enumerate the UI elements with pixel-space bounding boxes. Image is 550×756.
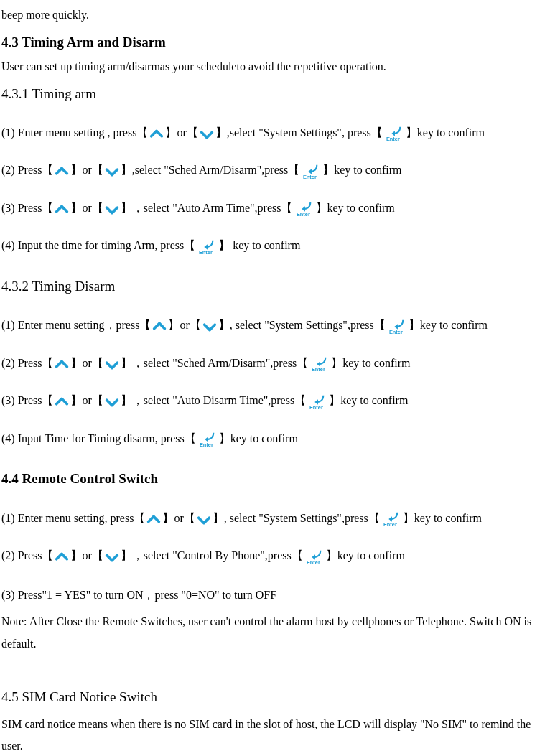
- up-arrow-icon: [149, 126, 164, 142]
- heading-4-5: 4.5 SIM Card Notice Switch: [1, 686, 550, 708]
- step-4-3-2-4: (4) Input Time for Timing disarm, press【…: [1, 431, 550, 448]
- text: 】or【: [70, 549, 103, 561]
- text: 】or【: [162, 512, 195, 524]
- step-4-3-2-3: (3) Press【】or【】，select "Auto Disarm Time…: [1, 393, 550, 410]
- step-4-4-2: (2) Press【】or【】，select "Control By Phone…: [1, 548, 550, 565]
- heading-4-3-1: 4.3.1 Timing arm: [1, 83, 550, 105]
- text: 】, select "System Settings",press【: [213, 512, 380, 524]
- up-arrow-icon: [54, 393, 70, 410]
- heading-4-3-2: 4.3.2 Timing Disarm: [1, 276, 550, 297]
- text: 】 key to confirm: [218, 239, 300, 251]
- heading-4-4: 4.4 Remote Control Switch: [1, 468, 550, 490]
- text: 】，select "Auto Disarm Time",press【: [121, 394, 306, 406]
- text: 】，select "Auto Arm Time",press【: [121, 202, 293, 214]
- text: 】key to confirm: [406, 126, 485, 139]
- intro-fragment: beep more quickly.: [1, 6, 550, 24]
- text: 】or【: [70, 202, 103, 214]
- down-arrow-icon: [104, 355, 120, 372]
- enter-icon: [307, 393, 328, 410]
- text: (2) Press【: [1, 164, 53, 176]
- text: 】key to confirm: [329, 394, 408, 406]
- text: 】, select "System Settings",press【: [218, 319, 386, 331]
- enter-icon: [197, 431, 218, 448]
- down-arrow-icon: [104, 163, 120, 179]
- text: 】，select "Control By Phone",press【: [121, 549, 303, 561]
- enter-icon: [196, 238, 218, 256]
- text: 】or【: [70, 164, 103, 176]
- text: (1) Enter menu setting，press【: [1, 319, 151, 331]
- note-4-4: Note: After Close the Remote Switches, u…: [1, 611, 550, 655]
- enter-icon: [309, 355, 330, 373]
- up-arrow-icon: [54, 201, 70, 218]
- down-arrow-icon: [104, 201, 120, 218]
- text: 】or【: [168, 319, 200, 331]
- step-4-3-1-1: (1) Enter menu setting , press【】or【】,sel…: [1, 125, 550, 142]
- text: 】key to confirm: [409, 319, 488, 331]
- text: (1) Enter menu setting, press【: [1, 512, 145, 524]
- text: (1) Enter menu setting , press【: [1, 126, 148, 139]
- text: 】key to confirm: [322, 164, 401, 176]
- text: (2) Press【: [1, 357, 53, 369]
- down-arrow-icon: [199, 126, 215, 142]
- text: (3) Press【: [1, 202, 53, 214]
- text: (2) Press【: [1, 549, 53, 561]
- text: 】，select "Sched Arm/Disarm",press【: [121, 357, 308, 369]
- step-4-4-1: (1) Enter menu setting, press【】or【】, sel…: [1, 510, 550, 528]
- text: 】key to confirm: [219, 432, 298, 444]
- step-4-3-1-4: (4) Input the time for timing Arm, press…: [1, 238, 550, 255]
- down-arrow-icon: [196, 510, 212, 527]
- text: 】,select "Sched Arm/Disarm",press【: [121, 164, 299, 176]
- up-arrow-icon: [54, 549, 70, 565]
- step-4-3-2-1: (1) Enter menu setting，press【】or【】, sele…: [1, 317, 550, 335]
- down-arrow-icon: [104, 393, 120, 410]
- step-4-3-2-2: (2) Press【】or【】，select "Sched Arm/Disarm…: [1, 355, 550, 373]
- text: (3) Press【: [1, 394, 53, 406]
- enter-icon: [304, 548, 325, 565]
- text: 】key to confirm: [326, 549, 405, 561]
- down-arrow-icon: [104, 549, 120, 565]
- text: 】,select "System Settings", press【: [215, 126, 383, 139]
- enter-icon: [386, 317, 408, 335]
- enter-icon: [383, 125, 405, 142]
- desc-4-3: User can set up timing arm/disarmas your…: [1, 57, 550, 76]
- desc-4-5: SIM card notice means when there is no S…: [1, 714, 550, 756]
- text: 】or【: [165, 126, 197, 139]
- up-arrow-icon: [54, 163, 70, 179]
- up-arrow-icon: [54, 355, 70, 372]
- down-arrow-icon: [202, 318, 218, 335]
- enter-icon: [294, 200, 315, 218]
- enter-icon: [381, 510, 402, 528]
- text: 】key to confirm: [316, 202, 395, 214]
- step-4-3-1-2: (2) Press【】or【】,select "Sched Arm/Disarm…: [1, 162, 550, 179]
- text: 】or【: [70, 357, 103, 369]
- text: (4) Input the time for timing Arm, press…: [1, 239, 195, 251]
- enter-icon: [300, 163, 322, 180]
- text: 】or【: [70, 394, 103, 406]
- text: 】key to confirm: [331, 357, 410, 369]
- up-arrow-icon: [152, 318, 167, 335]
- text: 】key to confirm: [403, 512, 482, 524]
- step-4-4-3: (3) Press"1 = YES" to turn ON，press "0=N…: [1, 586, 550, 605]
- up-arrow-icon: [146, 510, 162, 527]
- step-4-3-1-3: (3) Press【】or【】，select "Auto Arm Time",p…: [1, 200, 550, 218]
- heading-4-3: 4.3 Timing Arm and Disarm: [1, 32, 550, 53]
- text: (4) Input Time for Timing disarm, press【: [1, 432, 196, 444]
